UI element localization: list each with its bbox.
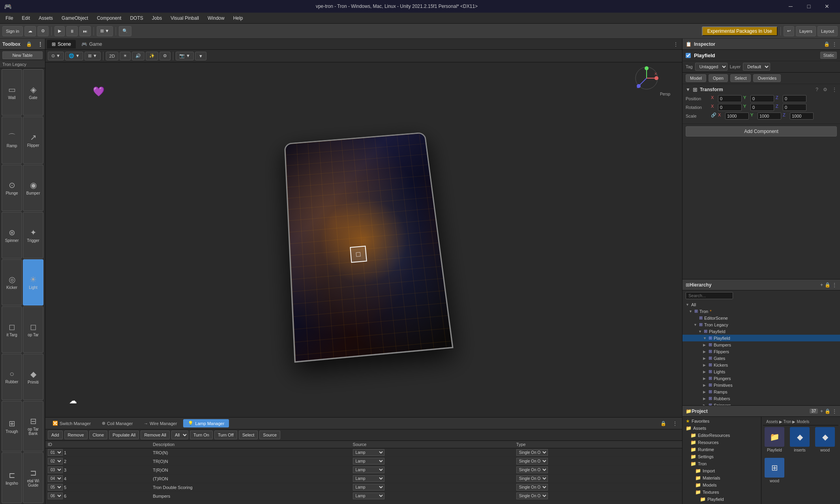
project-editor-resources[interactable]: 📁 EditorResources <box>682 432 761 439</box>
project-resources[interactable]: 📁 Resources <box>682 439 761 446</box>
viewport[interactable]: X Y Z Persp 💜 □ <box>45 62 682 417</box>
project-playfield-tex[interactable]: 📁 Playfield <box>682 496 761 503</box>
static-label[interactable]: Static <box>820 52 837 59</box>
tool-ittarget[interactable]: ◻ it Targ <box>2 306 22 353</box>
menu-gameobject[interactable]: GameObject <box>58 14 92 22</box>
toolbox-menu-icon[interactable]: ⋮ <box>38 41 43 47</box>
source-dropdown[interactable]: Lamp <box>353 484 384 491</box>
menu-jobs[interactable]: Jobs <box>148 14 166 22</box>
tool-bumper[interactable]: ◉ Bumper <box>23 165 43 211</box>
turn-off-btn[interactable]: Turn Off <box>214 431 237 439</box>
panel-menu-icon[interactable]: ⋮ <box>670 421 680 426</box>
hierarchy-add-icon[interactable]: + <box>820 282 823 288</box>
cam-btn[interactable]: 📷 ▼ <box>176 52 194 60</box>
step-btn[interactable]: ⏭ <box>79 26 91 36</box>
menu-component[interactable]: Component <box>93 14 125 22</box>
open-tab[interactable]: Open <box>709 74 728 82</box>
source-dropdown[interactable]: Lamp <box>353 475 384 482</box>
tool-light[interactable]: ☀ Light <box>23 259 43 306</box>
view-btn[interactable]: ▼ <box>195 52 206 60</box>
project-add-icon[interactable]: + <box>820 408 823 414</box>
populate-all-btn[interactable]: Populate All <box>109 431 139 439</box>
select-tab[interactable]: Select <box>730 74 751 82</box>
table-row[interactable]: 04 4 (T)RON Lamp Single On Off <box>45 474 682 483</box>
asset-wood-fbx[interactable]: ◆ wood <box>814 425 836 454</box>
tool-flipper[interactable]: ↗ Flipper <box>23 116 43 164</box>
scale-y-input[interactable] <box>758 112 781 120</box>
menu-dots[interactable]: DOTS <box>126 14 147 22</box>
inspector-lock-icon[interactable]: 🔒 <box>824 41 830 47</box>
tab-wire-manager[interactable]: → Wire Manager <box>139 420 182 427</box>
lighting-btn[interactable]: ☀ <box>120 52 131 60</box>
id-dropdown[interactable]: 03 <box>48 467 63 473</box>
rot-z-input[interactable] <box>783 104 806 111</box>
turn-on-btn[interactable]: Turn On <box>190 431 213 439</box>
tool-trough[interactable]: ⊞ Trough <box>2 401 22 452</box>
tree-tron[interactable]: ▼ ⊞ Tron * <box>682 308 840 315</box>
tool-primitive[interactable]: ◆ Primiti <box>23 354 43 400</box>
pos-y-input[interactable] <box>750 95 774 102</box>
shading-btn[interactable]: ⊙ ▼ <box>48 52 64 60</box>
project-import[interactable]: 📁 Import <box>682 467 761 474</box>
source-dropdown[interactable]: Lamp <box>353 467 384 473</box>
menu-assets[interactable]: Assets <box>35 14 57 22</box>
menu-visual-pinball[interactable]: Visual Pinball <box>167 14 203 22</box>
project-materials[interactable]: 📁 Materials <box>682 474 761 482</box>
tree-all[interactable]: ▼ All <box>682 302 840 308</box>
table-row[interactable]: 05 5 Tron Double Scoring Lamp Single On … <box>45 483 682 492</box>
project-favorites[interactable]: ★ Favorites <box>682 418 761 425</box>
menu-window[interactable]: Window <box>204 14 229 22</box>
cloud-btn[interactable]: ☁ <box>24 26 36 36</box>
tab-game[interactable]: 🎮 Game <box>77 40 107 49</box>
render-btn[interactable]: 🌐 ▼ <box>65 52 83 60</box>
undo-btn[interactable]: ↩ <box>784 26 794 36</box>
tree-gates[interactable]: ▶ ⊞ Gates <box>682 355 840 362</box>
remove-all-btn[interactable]: Remove All <box>141 431 170 439</box>
2d-btn[interactable]: 2D <box>106 52 118 60</box>
table-row[interactable]: 03 3 T(R)ON Lamp Single On Off <box>45 466 682 474</box>
audio-btn[interactable]: 🔊 <box>132 52 144 60</box>
menu-edit[interactable]: Edit <box>18 14 34 22</box>
table-row[interactable]: 01 1 TRO(N) Lamp Single On Off <box>45 448 682 457</box>
source-dropdown[interactable]: Lamp <box>353 449 384 456</box>
source-dropdown[interactable]: Lamp <box>353 493 384 499</box>
model-tab[interactable]: Model <box>686 74 706 82</box>
scale-x-input[interactable] <box>725 112 749 120</box>
scene-vis-btn[interactable]: ⊞ ▼ <box>84 52 101 60</box>
tool-spinner[interactable]: ⊛ Spinner <box>2 212 22 259</box>
project-runtime[interactable]: 📁 Runtime <box>682 446 761 453</box>
pause-btn[interactable]: ⏸ <box>66 26 78 36</box>
tool-kicker[interactable]: ◎ Kicker <box>2 259 22 306</box>
tool-wall[interactable]: ▭ Wall <box>2 69 22 116</box>
tab-switch-manager[interactable]: 🔀 Switch Manager <box>48 419 96 427</box>
add-component-button[interactable]: Add Component <box>686 126 837 137</box>
tag-dropdown[interactable]: Untagged <box>695 63 728 71</box>
transform-help-icon[interactable]: ? <box>816 87 818 92</box>
effects-btn[interactable]: ✨ <box>146 52 158 60</box>
tab-coil-manager[interactable]: ⊗ Coil Manager <box>97 419 137 427</box>
add-btn[interactable]: Add <box>48 431 63 439</box>
asset-inserts-fbx[interactable]: ◆ inserts <box>788 425 811 454</box>
tool-ramp[interactable]: ⌒ Ramp <box>2 116 22 164</box>
transform-menu-icon[interactable]: ⋮ <box>832 87 837 92</box>
tab-lamp-manager[interactable]: 💡 Lamp Manager <box>183 419 229 427</box>
project-textures[interactable]: 📁 Textures <box>682 489 761 496</box>
hierarchy-search-input[interactable] <box>686 292 733 299</box>
play-btn[interactable]: ▶ <box>54 26 65 36</box>
menu-help[interactable]: Help <box>229 14 247 22</box>
tool-trigger[interactable]: ✦ Trigger <box>23 212 43 259</box>
tool-optarbank[interactable]: ⊟ op Tar Bank <box>23 401 43 452</box>
inspector-menu-icon[interactable]: ⋮ <box>832 41 837 47</box>
pos-z-input[interactable] <box>783 95 806 102</box>
select-btn[interactable]: Select <box>239 431 258 439</box>
scale-z-input[interactable] <box>790 112 814 120</box>
clone-btn[interactable]: Clone <box>89 431 108 439</box>
source-btn[interactable]: Source <box>259 431 280 439</box>
minimize-btn[interactable]: ─ <box>782 0 800 13</box>
collab-btn[interactable]: ⚙ <box>38 26 49 36</box>
tool-metalwire[interactable]: ⊐ etal Wi Guide <box>23 452 43 503</box>
tree-ramps[interactable]: ▶ ⊞ Ramps <box>682 388 840 395</box>
search-btn[interactable]: 🔍 <box>119 26 131 36</box>
tree-tron-legacy[interactable]: ▼ ⊞ Tron Legacy <box>682 321 840 328</box>
layers-btn[interactable]: Layers <box>796 26 816 36</box>
